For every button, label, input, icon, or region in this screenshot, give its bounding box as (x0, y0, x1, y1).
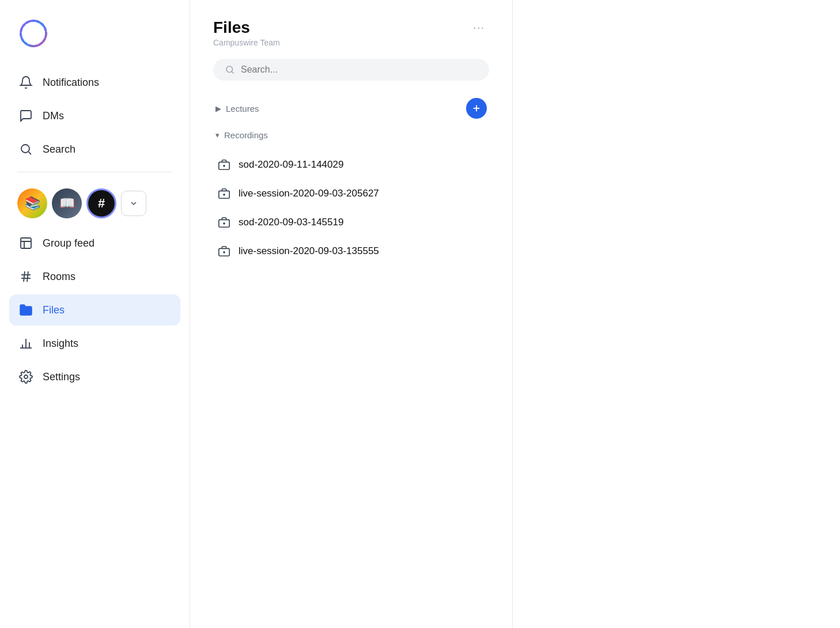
sidebar-item-rooms[interactable]: Rooms (9, 261, 180, 292)
sidebar: Notifications DMs Search 📚 📖 # (0, 0, 190, 628)
film-icon-rec1 (218, 158, 230, 171)
right-panel (513, 0, 840, 628)
svg-point-11 (24, 375, 28, 379)
lectures-folder-left: ▶ Lectures (215, 104, 259, 114)
file-item-rec1[interactable]: sod-2020-09-11-144029 (213, 150, 489, 179)
plus-icon (471, 103, 482, 114)
group-nav: Group feed Rooms Files (0, 228, 190, 392)
files-title-area: Files Campuswire Team (213, 18, 280, 47)
recordings-folder-row[interactable]: ▾ Recordings (213, 124, 489, 146)
film-icon-rec2 (218, 187, 230, 200)
svg-point-1 (21, 145, 29, 153)
bell-icon (18, 75, 33, 90)
sidebar-item-settings[interactable]: Settings (9, 361, 180, 392)
nav-divider (17, 172, 172, 172)
dms-label: DMs (43, 110, 64, 122)
add-folder-button[interactable] (466, 98, 487, 119)
gear-icon (18, 369, 33, 384)
settings-label: Settings (43, 371, 80, 383)
group-feed-label: Group feed (43, 237, 94, 249)
sidebar-item-dms[interactable]: DMs (9, 100, 180, 131)
avatar-group2[interactable]: 📖 (52, 188, 82, 218)
lectures-chevron-icon: ▶ (215, 104, 221, 113)
sidebar-item-group-feed[interactable]: Group feed (9, 228, 180, 259)
file-item-rec2[interactable]: live-session-2020-09-03-205627 (213, 179, 489, 208)
files-search-input[interactable] (241, 65, 478, 75)
notifications-label: Notifications (43, 77, 99, 89)
lectures-folder-label: Lectures (226, 104, 259, 114)
search-bar (213, 59, 489, 81)
sidebar-item-search[interactable]: Search (9, 134, 180, 165)
files-header: Files Campuswire Team ··· (213, 18, 489, 47)
file-name-rec1: sod-2020-09-11-144029 (239, 159, 343, 171)
film-icon-rec4 (218, 245, 230, 258)
files-subtitle: Campuswire Team (213, 38, 280, 47)
file-item-rec4[interactable]: live-session-2020-09-03-135555 (213, 237, 489, 266)
more-groups-button[interactable] (121, 191, 146, 216)
feed-icon (18, 236, 33, 251)
sidebar-item-files[interactable]: Files (9, 294, 180, 326)
top-nav: Notifications DMs Search (0, 67, 190, 165)
group-avatars: 📚 📖 # (0, 179, 190, 228)
recordings-chevron-icon: ▾ (215, 131, 220, 139)
svg-point-0 (21, 21, 46, 46)
svg-rect-2 (21, 238, 31, 248)
sidebar-item-notifications[interactable]: Notifications (9, 67, 180, 98)
more-options-button[interactable]: ··· (468, 18, 489, 36)
rooms-label: Rooms (43, 271, 75, 283)
svg-line-5 (24, 271, 25, 282)
files-panel: Files Campuswire Team ··· ▶ Lectures (190, 0, 513, 628)
search-label: Search (43, 143, 75, 156)
folder-icon (18, 302, 33, 317)
lectures-folder-row[interactable]: ▶ Lectures (213, 92, 489, 124)
file-item-rec3[interactable]: sod-2020-09-03-145519 (213, 208, 489, 237)
svg-line-6 (27, 271, 28, 282)
search-icon (18, 142, 33, 157)
insights-label: Insights (43, 338, 78, 350)
chat-icon (18, 108, 33, 123)
hash-icon (18, 269, 33, 284)
film-icon-rec3 (218, 216, 230, 229)
logo-area (0, 12, 190, 67)
chart-icon (18, 336, 33, 351)
file-list: sod-2020-09-11-144029 live-session-2020-… (213, 150, 489, 266)
avatar-group1[interactable]: 📚 (17, 188, 47, 218)
avatar-active-group[interactable]: # (86, 188, 116, 218)
folder-section: ▶ Lectures ▾ Recordings (213, 92, 489, 266)
files-label: Files (43, 304, 65, 316)
search-icon (225, 65, 235, 75)
recordings-folder-label: Recordings (224, 130, 268, 140)
file-name-rec4: live-session-2020-09-03-135555 (239, 245, 379, 257)
recordings-folder-left: ▾ Recordings (215, 130, 268, 140)
files-title: Files (213, 18, 280, 37)
app-logo[interactable] (17, 17, 50, 50)
svg-point-12 (226, 66, 233, 73)
sidebar-item-insights[interactable]: Insights (9, 328, 180, 359)
file-name-rec3: sod-2020-09-03-145519 (239, 217, 343, 228)
file-name-rec2: live-session-2020-09-03-205627 (239, 188, 379, 199)
